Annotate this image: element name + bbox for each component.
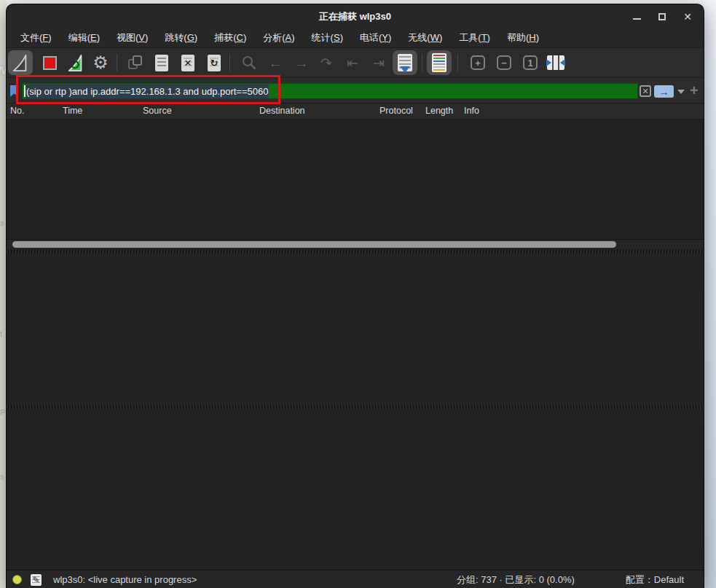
- clear-filter-button[interactable]: ✕: [640, 85, 651, 97]
- add-filter-button[interactable]: +: [690, 82, 699, 99]
- menu-edit[interactable]: 编辑(E): [64, 29, 104, 47]
- pencil-icon: ✎: [32, 576, 39, 584]
- stop-capture-button[interactable]: [37, 50, 62, 75]
- packet-bytes-pane[interactable]: [7, 409, 704, 570]
- main-toolbar: ⚙ ✕ ↻ ← → ↷ ⇤ ⇥: [7, 48, 704, 78]
- column-time[interactable]: Time: [63, 106, 82, 116]
- maximize-button[interactable]: [656, 11, 668, 23]
- start-capture-button[interactable]: [8, 50, 33, 75]
- jump-arrow-icon: ↷: [320, 56, 332, 70]
- desktop-edge-text: P: [0, 408, 5, 417]
- menu-analyze[interactable]: 分析(A): [259, 29, 299, 47]
- arrow-last-icon: ⇥: [373, 56, 385, 70]
- horizontal-scrollbar[interactable]: [7, 239, 704, 249]
- go-back-button[interactable]: ←: [263, 50, 288, 75]
- save-file-icon: [155, 55, 168, 71]
- colorize-toggle[interactable]: [427, 50, 452, 75]
- desktop-edge-text: s: [0, 219, 4, 227]
- maximize-icon: [658, 13, 666, 20]
- arrow-first-icon: ⇤: [347, 56, 358, 70]
- go-forward-button[interactable]: →: [289, 50, 314, 75]
- menu-statistics[interactable]: 统计(S): [307, 29, 347, 47]
- column-destination[interactable]: Destination: [259, 106, 305, 116]
- apply-filter-button[interactable]: →: [654, 85, 674, 98]
- menu-view[interactable]: 视图(V): [112, 29, 152, 47]
- toolbar-separator: [117, 54, 117, 71]
- find-packet-button[interactable]: [237, 50, 261, 75]
- search-icon: [241, 55, 257, 71]
- pane-splitter[interactable]: [7, 249, 704, 254]
- menu-telephony[interactable]: 电话(Y): [355, 29, 396, 47]
- window-controls: ✕: [631, 4, 693, 28]
- apply-arrow-icon: →: [659, 87, 669, 97]
- window-title: 正在捕获 wlp3s0: [319, 10, 391, 23]
- zoom-out-button[interactable]: −: [492, 50, 516, 75]
- column-source[interactable]: Source: [143, 106, 172, 116]
- close-icon: ✕: [683, 12, 692, 22]
- packet-list-header: No. Time Source Destination Protocol Len…: [7, 103, 704, 119]
- filter-text-selected: (sip or rtp )and ip.addr==192.168.1.3 an…: [25, 85, 269, 98]
- close-file-button[interactable]: ✕: [176, 50, 200, 75]
- close-file-icon: ✕: [181, 55, 194, 71]
- menu-file[interactable]: 文件(F): [16, 29, 56, 47]
- display-filter-input[interactable]: (sip or rtp )and ip.addr==192.168.1.3 an…: [22, 83, 638, 99]
- first-packet-button[interactable]: ⇤: [340, 50, 365, 75]
- toolbar-separator: [457, 54, 458, 71]
- clear-icon: ✕: [642, 87, 648, 95]
- auto-scroll-toggle[interactable]: [393, 50, 417, 75]
- capture-comment-button[interactable]: ✎: [31, 574, 42, 586]
- resize-columns-button[interactable]: [543, 50, 568, 75]
- wireshark-fin-icon: [12, 52, 29, 73]
- restart-capture-button[interactable]: [63, 50, 88, 75]
- column-length[interactable]: Length: [425, 106, 453, 116]
- capture-options-button[interactable]: ⚙: [88, 50, 113, 75]
- go-to-packet-button[interactable]: ↷: [314, 50, 339, 75]
- wireshark-window: 正在捕获 wlp3s0 ✕ 文件(F) 编辑(E) 视图(V) 跳转(G) 捕获…: [6, 4, 704, 588]
- filter-bookmark-icon[interactable]: [10, 85, 18, 97]
- toolbar-separator: [229, 54, 230, 71]
- desktop-background-right: [704, 0, 716, 588]
- open-file-button[interactable]: [123, 50, 148, 75]
- packet-list-pane: [7, 119, 704, 249]
- packet-list-viewport[interactable]: [7, 119, 704, 239]
- menu-help[interactable]: 帮助(H): [503, 29, 543, 47]
- stop-icon: [43, 56, 57, 70]
- menu-tools[interactable]: 工具(T): [455, 29, 495, 47]
- packet-details-pane[interactable]: [7, 254, 704, 404]
- desktop-edge-text: s: [0, 472, 4, 481]
- expert-info-icon[interactable]: [12, 575, 22, 584]
- status-bar: ✎ wlp3s0: <live capture in progress> 分组:…: [7, 570, 704, 588]
- reload-file-icon: ↻: [208, 55, 221, 71]
- column-info[interactable]: Info: [464, 106, 479, 116]
- zoom-in-button[interactable]: +: [465, 50, 490, 75]
- column-protocol[interactable]: Protocol: [379, 106, 413, 116]
- save-file-button[interactable]: [149, 50, 174, 75]
- normal-size-button[interactable]: 1: [518, 50, 543, 75]
- menu-capture[interactable]: 捕获(C): [210, 29, 251, 47]
- menu-go[interactable]: 跳转(G): [160, 29, 202, 47]
- minimize-button[interactable]: [631, 11, 642, 23]
- menu-bar: 文件(F) 编辑(E) 视图(V) 跳转(G) 捕获(C) 分析(A) 统计(S…: [7, 28, 704, 48]
- plus-icon: +: [690, 82, 699, 98]
- title-bar[interactable]: 正在捕获 wlp3s0 ✕: [7, 4, 704, 28]
- scrollbar-thumb[interactable]: [12, 241, 616, 248]
- last-packet-button[interactable]: ⇥: [366, 50, 391, 75]
- zoom-out-icon: −: [497, 55, 511, 70]
- packet-count-text: 分组: 737 · 已显示: 0 (0.0%): [446, 573, 585, 587]
- pane-splitter[interactable]: [7, 404, 704, 409]
- reload-file-button[interactable]: ↻: [202, 50, 227, 75]
- filter-dropdown-caret[interactable]: [677, 90, 685, 94]
- normal-size-icon: 1: [523, 55, 538, 70]
- capture-status-text: wlp3s0: <live capture in progress>: [53, 574, 197, 585]
- arrow-right-icon: →: [295, 56, 309, 70]
- restart-fin-icon: [67, 52, 84, 73]
- close-button[interactable]: ✕: [682, 11, 693, 23]
- toolbar-separator: [422, 54, 422, 71]
- profile-text[interactable]: 配置：Default: [615, 573, 684, 587]
- arrow-left-icon: ←: [269, 56, 283, 70]
- menu-wireless[interactable]: 无线(W): [404, 29, 446, 47]
- gear-icon: ⚙: [93, 54, 109, 71]
- column-no[interactable]: No.: [10, 106, 24, 116]
- zoom-in-icon: +: [471, 55, 485, 70]
- desktop-edge-text: t: [0, 329, 2, 338]
